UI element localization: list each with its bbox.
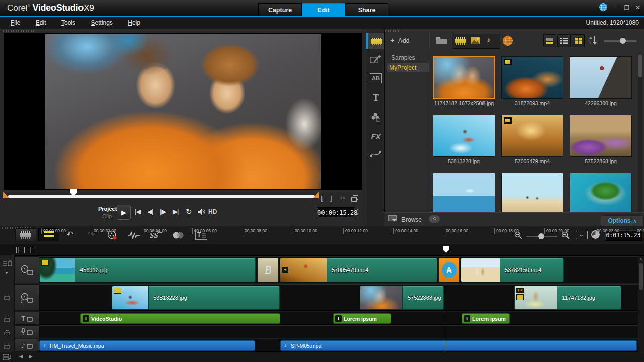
timeline-scrollbar[interactable]: ∧ xyxy=(638,256,644,352)
library-item-thumbnail[interactable] xyxy=(570,173,632,215)
title-category-button[interactable]: T xyxy=(369,92,382,104)
track-manager-icon[interactable] xyxy=(16,246,25,255)
library-item-thumbnail[interactable] xyxy=(501,115,564,157)
spinner-down-icon[interactable]: ▼ xyxy=(355,212,360,217)
thumbnail-size-slider-thumb[interactable] xyxy=(620,38,626,44)
clip-mode-label[interactable]: Clip xyxy=(102,213,112,219)
browse-button[interactable]: Browse xyxy=(401,216,422,223)
add-folder-button[interactable]: Add xyxy=(398,37,409,44)
title-clip[interactable]: T Lorem ipsum xyxy=(462,313,510,324)
view-large-thumbnails-button[interactable] xyxy=(543,34,556,47)
filter-audio-button[interactable]: ♪ xyxy=(487,35,491,44)
maximize-button[interactable]: ❐ xyxy=(622,3,632,12)
scroll-left-button[interactable]: < xyxy=(429,215,440,223)
timeline-clip[interactable]: FX 11747182.jpg xyxy=(514,286,621,310)
online-media-icon[interactable] xyxy=(502,35,513,48)
transition-clip[interactable]: A xyxy=(438,258,460,282)
video-track-header[interactable] xyxy=(14,256,39,283)
add-plus-icon[interactable]: + xyxy=(390,36,395,44)
transition-clip[interactable]: B xyxy=(257,258,279,282)
library-item-thumbnail[interactable] xyxy=(501,173,564,215)
close-button[interactable]: ✕ xyxy=(633,3,643,12)
menu-tools[interactable]: Tools xyxy=(55,17,82,28)
overlay-track-header[interactable]: 1 xyxy=(14,284,39,311)
music-clip[interactable]: ♪ SP-M05.mpa xyxy=(280,340,637,351)
timecode-spinner[interactable]: ▲ ▼ xyxy=(355,207,360,217)
preview-video-area[interactable] xyxy=(4,33,362,190)
menu-file[interactable]: File xyxy=(4,17,27,28)
corel-globe-icon[interactable] xyxy=(599,3,608,14)
end-button[interactable]: ▶| xyxy=(173,208,178,215)
sound-mixer-button[interactable] xyxy=(128,230,141,242)
options-button[interactable]: Options ∧ xyxy=(601,215,644,227)
voice-track[interactable] xyxy=(39,325,638,338)
volume-icon[interactable] xyxy=(197,208,206,217)
media-category-button[interactable] xyxy=(368,33,384,49)
library-item-thumbnail[interactable] xyxy=(433,56,495,99)
transition-category-button[interactable]: AB xyxy=(370,73,382,83)
title-track-header[interactable]: T xyxy=(14,312,39,325)
title-clip[interactable]: T Lorem ipsum xyxy=(333,313,391,324)
library-item-thumbnail[interactable] xyxy=(433,115,495,157)
mark-in-icon[interactable]: [ xyxy=(321,194,323,202)
track-lock-icon[interactable] xyxy=(4,342,10,351)
timeline-clip[interactable]: 456912.jpg xyxy=(39,258,256,282)
hd-toggle[interactable]: HD xyxy=(208,208,217,215)
track-scroll-left-icon[interactable]: ◀ xyxy=(19,354,23,359)
library-item-thumbnail[interactable] xyxy=(570,56,632,99)
swap-tracks-icon[interactable] xyxy=(3,353,13,362)
library-item-thumbnail[interactable] xyxy=(570,115,632,157)
undo-button[interactable]: ↶ xyxy=(66,229,73,240)
overlay-track[interactable]: 53813228.jpg 57522868.jpg FX 11747182.jp… xyxy=(39,284,638,311)
browse-icon[interactable] xyxy=(388,215,398,225)
storyboard-view-button[interactable] xyxy=(15,228,36,241)
motion-path-category-button[interactable] xyxy=(370,150,381,161)
music-track-header[interactable]: ♪ xyxy=(14,339,39,352)
track-scroll-right-icon[interactable]: ▶ xyxy=(29,354,33,359)
track-lock-icon[interactable] xyxy=(4,315,10,324)
tab-edit[interactable]: Edit xyxy=(302,3,345,16)
voice-track-header[interactable] xyxy=(14,325,39,338)
spinner-up-icon[interactable]: ▲ xyxy=(355,207,360,212)
view-grid-button[interactable] xyxy=(572,34,585,47)
timeline-zoom-slider-thumb[interactable] xyxy=(538,233,544,239)
timeline-clip[interactable]: 53782150.mp4 xyxy=(461,258,564,282)
video-track[interactable]: 456912.jpg B ◄ 57005479.mp4 A 53782150.m… xyxy=(39,256,638,283)
sort-icon[interactable]: AZ xyxy=(589,35,598,47)
library-item-thumbnail[interactable] xyxy=(433,173,495,215)
timeline-ruler[interactable] xyxy=(0,244,644,256)
scroll-up-icon[interactable]: ∧ xyxy=(638,256,644,262)
trim-end-handle[interactable] xyxy=(313,192,319,198)
repeat-button[interactable]: ↻ xyxy=(186,207,192,216)
music-track[interactable]: ♪ HM_Travel_Music.mpa ♪ SP-M05.mpa xyxy=(39,339,638,352)
scrubber-track[interactable] xyxy=(8,195,315,198)
minimize-button[interactable]: – xyxy=(611,3,621,12)
ripple-editing-icon[interactable] xyxy=(2,260,12,269)
timeline-clip[interactable]: 57522868.jpg xyxy=(360,286,444,310)
graphics-category-button[interactable] xyxy=(370,112,380,124)
show-all-tracks-icon[interactable] xyxy=(28,246,36,255)
gutter-dropdown-icon[interactable]: ▼ xyxy=(5,270,9,275)
instant-project-button[interactable] xyxy=(370,54,381,66)
fade-transition-button[interactable] xyxy=(172,231,185,241)
preview-timecode[interactable]: 00:00:15.28 xyxy=(317,207,355,218)
library-scrollbar[interactable] xyxy=(638,53,642,212)
timeline-scrollbar-thumb[interactable] xyxy=(639,263,643,290)
tab-capture[interactable]: Capture xyxy=(258,3,302,16)
view-list-button[interactable] xyxy=(557,34,571,47)
play-button[interactable]: ▶ xyxy=(117,205,131,220)
timeline-playhead-line[interactable] xyxy=(446,251,446,352)
split-clip-icon[interactable]: ✂ xyxy=(340,194,346,202)
tab-share[interactable]: Share xyxy=(345,3,388,16)
menu-settings[interactable]: Settings xyxy=(84,17,119,28)
previous-frame-button[interactable]: ◀| xyxy=(147,208,153,215)
library-item-thumbnail[interactable] xyxy=(501,56,564,99)
title-clip[interactable]: T VideoStudio xyxy=(80,313,280,324)
menu-edit[interactable]: Edit xyxy=(29,17,53,28)
project-mode-label[interactable]: Project xyxy=(98,206,117,212)
next-frame-button[interactable]: |▶ xyxy=(160,208,166,215)
track-lock-icon[interactable] xyxy=(4,293,10,302)
timeline-clip[interactable]: 53813228.jpg xyxy=(112,286,280,310)
enlarge-preview-icon[interactable] xyxy=(351,195,358,204)
fit-project-icon[interactable]: ↔ xyxy=(576,231,588,239)
